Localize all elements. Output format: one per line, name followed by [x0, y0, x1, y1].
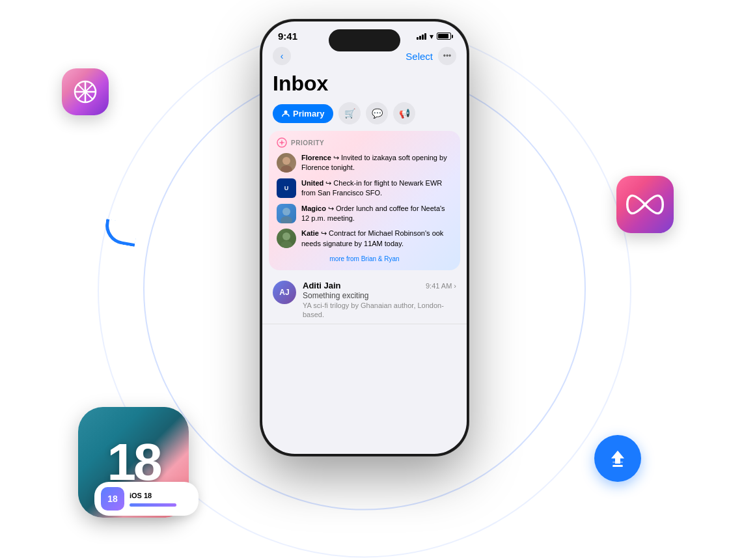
dynamic-island — [329, 29, 400, 51]
ios18-small-number: 18 — [107, 494, 118, 504]
priority-section: PRIORITY Florence ↪ Invited to izakaya s… — [269, 131, 460, 270]
svg-point-12 — [282, 208, 290, 216]
katie-avatar-img — [277, 229, 296, 248]
upload-app-icon[interactable] — [594, 435, 641, 482]
priority-text-magico: Magico ↪ Order lunch and coffee for Neet… — [301, 204, 452, 224]
back-button[interactable]: ‹ — [273, 47, 291, 65]
ios18-small-icon: 18 — [101, 487, 124, 511]
person-icon — [282, 109, 290, 117]
email-content-aditi: Aditi Jain 9:41 AM › Something exciting … — [303, 281, 456, 320]
priority-label: PRIORITY — [291, 139, 324, 147]
email-top-aditi: Aditi Jain 9:41 AM › — [303, 281, 456, 290]
tab-primary-label: Primary — [293, 109, 324, 119]
tab-promo[interactable]: 📢 — [393, 102, 415, 124]
svg-point-8 — [284, 111, 288, 114]
avatar-united: U — [277, 178, 296, 198]
upload-icon — [606, 447, 629, 470]
tab-bar: Primary 🛒 💬 📢 — [262, 102, 467, 131]
ios18-progress-area: iOS 18 — [130, 492, 192, 507]
phone-frame: 9:41 ▾ ‹ Select ••• — [260, 20, 469, 456]
status-time: 9:41 — [278, 31, 297, 42]
battery-fill — [438, 34, 448, 38]
svg-point-15 — [281, 241, 292, 248]
priority-item-florence[interactable]: Florence ↪ Invited to izakaya soft openi… — [277, 153, 452, 173]
priority-header: PRIORITY — [277, 137, 452, 148]
status-icons: ▾ — [417, 32, 451, 41]
perplexity-icon — [72, 78, 99, 105]
magico-avatar-img — [277, 204, 296, 223]
sender-name-florence: Florence — [301, 154, 331, 161]
select-button[interactable]: Select — [406, 51, 433, 62]
phone-device: 9:41 ▾ ‹ Select ••• — [260, 20, 469, 456]
more-button[interactable]: ••• — [438, 47, 456, 65]
avatar-magico — [277, 204, 296, 223]
email-preview-aditi: YA sci-fi trilogy by Ghanaian author, Lo… — [303, 301, 456, 320]
avatar-katie — [277, 229, 296, 248]
avatar-florence — [277, 153, 296, 173]
sender-name-katie: Katie — [301, 229, 319, 237]
svg-point-11 — [281, 165, 292, 173]
tab-chat[interactable]: 💬 — [366, 102, 388, 124]
infinity-icon — [626, 188, 665, 221]
email-item-aditi[interactable]: AJ Aditi Jain 9:41 AM › Something exciti… — [262, 274, 467, 324]
florence-avatar-img — [277, 153, 296, 173]
svg-point-10 — [282, 157, 290, 165]
avatar-aditi: AJ — [273, 281, 296, 304]
email-subject-aditi: Something exciting — [303, 291, 456, 300]
priority-more[interactable]: more from Brian & Ryan — [277, 254, 452, 264]
svg-rect-6 — [612, 465, 623, 467]
ios18-progress-card: 18 iOS 18 — [94, 482, 199, 516]
sender-name-united: United — [301, 179, 323, 187]
united-logo: U — [284, 185, 289, 191]
inbox-title: Inbox — [262, 69, 467, 102]
priority-item-katie[interactable]: Katie ↪ Contract for Michael Robinson's … — [277, 229, 452, 249]
infinity-app-icon[interactable] — [616, 176, 674, 233]
nav-actions: Select ••• — [406, 47, 456, 65]
ios18-label: iOS 18 — [130, 492, 192, 499]
battery-icon — [437, 33, 451, 40]
email-sender-aditi: Aditi Jain — [303, 281, 341, 290]
tab-primary[interactable]: Primary — [273, 104, 333, 123]
tab-shopping[interactable]: 🛒 — [338, 102, 361, 124]
priority-item-magico[interactable]: Magico ↪ Order lunch and coffee for Neet… — [277, 204, 452, 224]
email-time-aditi: 9:41 AM › — [426, 282, 456, 290]
wifi-icon: ▾ — [430, 32, 433, 41]
svg-point-13 — [281, 216, 292, 223]
ios18-number: 18 — [107, 436, 160, 488]
priority-text-united: United ↪ Check-in for flight to Newark E… — [301, 178, 452, 199]
signal-icon — [417, 33, 426, 40]
svg-point-14 — [282, 232, 290, 240]
perplexity-app-icon[interactable] — [62, 68, 109, 115]
ios18-progress-bar — [130, 503, 176, 507]
priority-text-florence: Florence ↪ Invited to izakaya soft openi… — [301, 153, 452, 173]
sender-name-magico: Magico — [301, 204, 326, 212]
priority-sparkle-icon — [277, 137, 287, 148]
priority-text-katie: Katie ↪ Contract for Michael Robinson's … — [301, 229, 452, 249]
svg-rect-7 — [612, 462, 623, 463]
priority-item-united[interactable]: U United ↪ Check-in for flight to Newark… — [277, 178, 452, 199]
phone-screen: 9:41 ▾ ‹ Select ••• — [262, 21, 467, 454]
